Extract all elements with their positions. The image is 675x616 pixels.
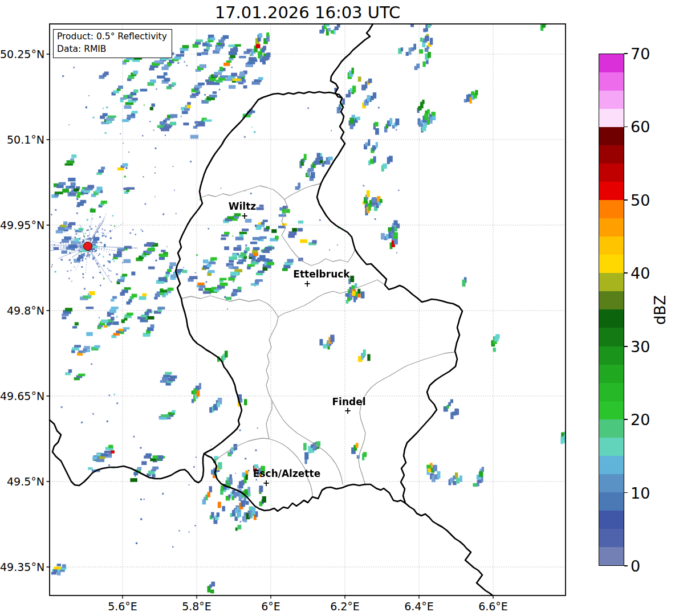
lon-tick-label: 6.6°E bbox=[478, 600, 508, 613]
colorbar-segment bbox=[599, 273, 624, 291]
district-border bbox=[266, 401, 272, 439]
colorbar-tick-label: 40 bbox=[631, 264, 650, 282]
colorbar-segment bbox=[599, 419, 624, 438]
lon-tick-label: 5.6°E bbox=[108, 600, 137, 613]
colorbar-segment bbox=[599, 365, 624, 383]
colorbar-segment bbox=[599, 529, 624, 547]
country-border bbox=[50, 420, 204, 486]
colorbar-segment bbox=[599, 182, 624, 200]
colorbar-segment bbox=[599, 236, 624, 255]
colorbar-tick-mark bbox=[624, 492, 628, 493]
map-frame bbox=[50, 24, 566, 595]
district-border bbox=[284, 183, 321, 199]
colorbar-segment bbox=[599, 54, 624, 72]
colorbar-segment bbox=[599, 127, 624, 145]
lon-tick-label: 6.4°E bbox=[404, 600, 434, 613]
district-border bbox=[278, 280, 385, 317]
colorbar-segment bbox=[599, 547, 624, 565]
lat-tick-label: 50.25°N bbox=[0, 48, 44, 60]
city-marker-icon: + bbox=[304, 281, 311, 287]
product-info-box: Product: 0.5° Reflectivity Data: RMIB bbox=[53, 29, 172, 58]
colorbar-tick-label: 0 bbox=[631, 557, 640, 575]
colorbar-segment bbox=[599, 511, 624, 529]
reflectivity-colorbar bbox=[599, 54, 624, 566]
lat-tick-label: 50.1°N bbox=[0, 133, 44, 146]
lon-tick-label: 6°E bbox=[261, 600, 280, 613]
product-info-line1: Product: 0.5° Reflectivity bbox=[57, 30, 167, 43]
city-marker-icon: + bbox=[263, 480, 270, 486]
colorbar-tick-mark bbox=[624, 199, 628, 201]
colorbar-tick-mark bbox=[624, 419, 628, 420]
colorbar-tick-label: 20 bbox=[631, 411, 650, 429]
colorbar-segment bbox=[599, 291, 624, 309]
country-border bbox=[331, 24, 373, 97]
colorbar-axis-label: dBZ bbox=[652, 295, 669, 324]
city-marker-icon: + bbox=[241, 213, 249, 219]
product-info-line2: Data: RMIB bbox=[57, 43, 167, 55]
colorbar-tick-mark bbox=[624, 272, 628, 274]
colorbar-segment bbox=[599, 72, 624, 91]
colorbar-tick-label: 50 bbox=[631, 191, 650, 209]
colorbar-tick-mark bbox=[624, 127, 628, 128]
radar-site-marker bbox=[83, 242, 92, 251]
colorbar-tick-mark bbox=[624, 53, 628, 54]
colorbar-segment bbox=[599, 383, 624, 401]
lat-tick-label: 49.35°N bbox=[0, 561, 44, 573]
lon-tick-label: 6.2°E bbox=[330, 600, 360, 613]
colorbar-segment bbox=[599, 164, 624, 182]
country-border bbox=[176, 92, 462, 511]
lat-tick-label: 49.95°N bbox=[0, 219, 44, 231]
district-border bbox=[359, 352, 454, 486]
country-border bbox=[405, 503, 493, 595]
border-layer bbox=[50, 24, 566, 595]
colorbar-segment bbox=[599, 309, 624, 328]
colorbar-segment bbox=[599, 200, 624, 218]
colorbar-segment bbox=[599, 438, 624, 456]
radar-map: Product: 0.5° Reflectivity Data: RMIB Wi… bbox=[50, 24, 566, 595]
colorbar-segment bbox=[599, 328, 624, 346]
page-title: 17.01.2026 16:03 UTC bbox=[50, 3, 566, 22]
district-border bbox=[201, 186, 355, 266]
city-label: Ettelbruck bbox=[293, 268, 349, 280]
lon-tick-label: 5.8°E bbox=[182, 600, 212, 613]
colorbar-segment bbox=[599, 492, 624, 511]
colorbar-tick-mark bbox=[624, 346, 628, 347]
colorbar-segment bbox=[599, 218, 624, 236]
lat-tick-label: 49.8°N bbox=[0, 304, 44, 317]
colorbar-tick-label: 70 bbox=[631, 45, 650, 63]
city-marker-icon: + bbox=[344, 408, 352, 414]
colorbar-segment bbox=[599, 91, 624, 109]
colorbar-segment bbox=[599, 255, 624, 273]
colorbar-segment bbox=[599, 401, 624, 419]
colorbar-tick-label: 60 bbox=[631, 118, 650, 136]
colorbar-segment bbox=[599, 474, 624, 492]
colorbar-tick-mark bbox=[624, 565, 628, 566]
colorbar-segment bbox=[599, 145, 624, 164]
colorbar-tick-label: 10 bbox=[631, 484, 650, 501]
colorbar-segment bbox=[599, 109, 624, 127]
lat-tick-label: 49.5°N bbox=[0, 475, 44, 488]
radar-figure: 17.01.2026 16:03 UTC Product: 0.5° Refle… bbox=[0, 0, 675, 616]
lat-tick-label: 49.65°N bbox=[0, 390, 44, 402]
colorbar-tick-label: 30 bbox=[631, 337, 650, 355]
district-border bbox=[181, 296, 343, 484]
colorbar-segment bbox=[599, 456, 624, 474]
colorbar-segment bbox=[599, 346, 624, 365]
